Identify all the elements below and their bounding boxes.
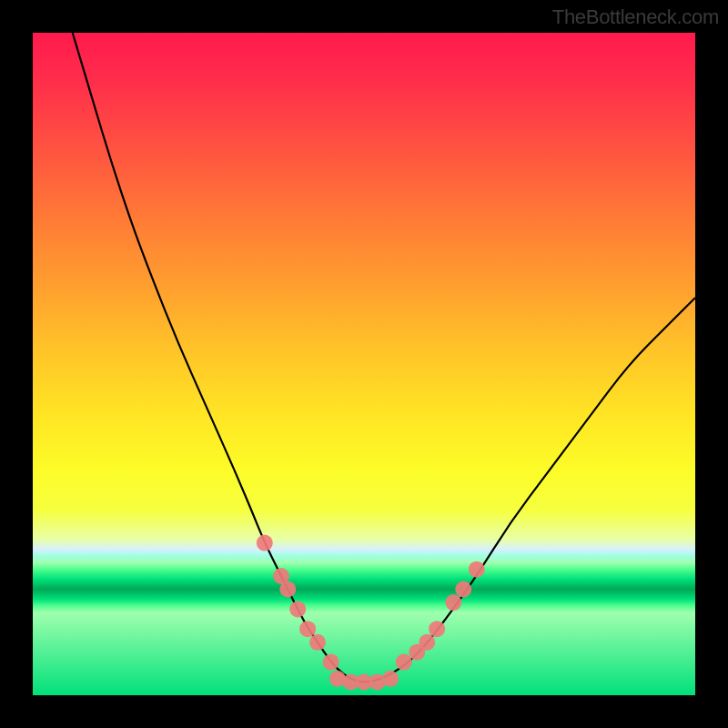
bottleneck-curve (73, 33, 695, 682)
marker-dot (323, 654, 339, 671)
marker-dot (445, 594, 461, 611)
chart-svg (33, 33, 695, 695)
marker-dot (455, 581, 471, 598)
plot-area (33, 33, 695, 695)
marker-dot (469, 561, 485, 578)
marker-dot (279, 581, 296, 598)
marker-dot (309, 634, 326, 651)
marker-dot (299, 621, 316, 637)
bottleneck-curve-path (73, 33, 695, 682)
marker-dot (396, 654, 412, 671)
chart-frame: TheBottleneck.com (0, 0, 728, 728)
attribution-label: TheBottleneck.com (552, 5, 719, 29)
marker-dot (419, 634, 435, 651)
marker-dot (429, 621, 445, 637)
marker-dot (382, 671, 399, 687)
marker-dot (289, 601, 306, 617)
marker-dot (257, 535, 273, 551)
